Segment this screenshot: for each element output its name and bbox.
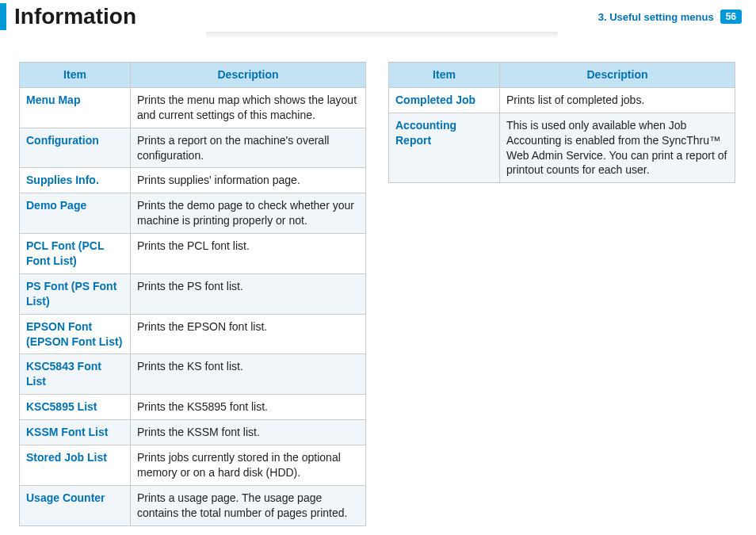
col-header-description: Description <box>131 63 366 88</box>
table-row: Supplies Info.Prints supplies' informati… <box>20 168 366 193</box>
item-cell: KSC5895 List <box>20 395 131 420</box>
table-row: Menu MapPrints the menu map which shows … <box>20 87 366 128</box>
header-shadow-shelf <box>206 32 558 38</box>
item-cell: KSSM Font List <box>20 420 131 445</box>
content-columns: Item Description Menu MapPrints the menu… <box>0 38 756 526</box>
item-cell: EPSON Font (EPSON Font List) <box>20 314 131 354</box>
info-table-left: Item Description Menu MapPrints the menu… <box>19 62 366 526</box>
description-cell: Prints list of completed jobs. <box>500 87 735 113</box>
description-cell: Prints the PCL font list. <box>131 234 366 274</box>
item-cell: Supplies Info. <box>20 168 131 193</box>
table-row: ConfigurationPrints a report on the mach… <box>20 128 366 168</box>
table-row: Usage CounterPrints a usage page. The us… <box>20 485 366 525</box>
item-cell: Stored Job List <box>20 445 131 486</box>
col-header-description: Description <box>500 63 735 88</box>
description-cell: Prints the PS font list. <box>131 273 366 314</box>
item-cell: PS Font (PS Font List) <box>20 273 131 314</box>
description-cell: Prints a report on the machine's overall… <box>131 128 366 168</box>
table-row: Demo PagePrints the demo page to check w… <box>20 193 366 234</box>
item-cell: Accounting Report <box>389 113 500 183</box>
item-cell: Demo Page <box>20 193 131 234</box>
description-cell: Prints jobs currently stored in the opti… <box>131 445 366 486</box>
item-cell: KSC5843 Font List <box>20 354 131 395</box>
description-cell: Prints the KSSM font list. <box>131 420 366 445</box>
item-cell: Menu Map <box>20 87 131 128</box>
description-cell: Prints the KS font list. <box>131 354 366 395</box>
page-title: Information <box>14 4 136 29</box>
title-wrap: Information <box>0 3 136 30</box>
table-row: Stored Job ListPrints jobs currently sto… <box>20 445 366 486</box>
item-cell: Configuration <box>20 128 131 168</box>
item-cell: Usage Counter <box>20 485 131 525</box>
table-row: Completed JobPrints list of completed jo… <box>389 87 735 113</box>
info-table-right: Item Description Completed JobPrints lis… <box>388 62 735 183</box>
title-accent-bar <box>0 3 6 30</box>
page-header: Information 3. Useful setting menus 56 <box>0 0 756 30</box>
table-row: KSSM Font ListPrints the KSSM font list. <box>20 420 366 445</box>
item-cell: Completed Job <box>389 87 500 113</box>
description-cell: Prints the KS5895 font list. <box>131 395 366 420</box>
description-cell: Prints the demo page to check whether yo… <box>131 193 366 234</box>
breadcrumb: 3. Useful setting menus 56 <box>598 10 742 24</box>
description-cell: Prints the menu map which shows the layo… <box>131 87 366 128</box>
description-cell: Prints supplies' information page. <box>131 168 366 193</box>
table-row: KSC5895 ListPrints the KS5895 font list. <box>20 395 366 420</box>
col-header-item: Item <box>20 63 131 88</box>
table-row: PCL Font (PCL Font List)Prints the PCL f… <box>20 234 366 274</box>
table-row: PS Font (PS Font List)Prints the PS font… <box>20 273 366 314</box>
description-cell: Prints the EPSON font list. <box>131 314 366 354</box>
table-row: KSC5843 Font ListPrints the KS font list… <box>20 354 366 395</box>
page-number-badge: 56 <box>720 10 742 24</box>
col-header-item: Item <box>389 63 500 88</box>
description-cell: This is used only available when Job Acc… <box>500 113 735 183</box>
table-row: Accounting ReportThis is used only avail… <box>389 113 735 183</box>
item-cell: PCL Font (PCL Font List) <box>20 234 131 274</box>
description-cell: Prints a usage page. The usage page cont… <box>131 485 366 525</box>
breadcrumb-section[interactable]: 3. Useful setting menus <box>598 11 714 23</box>
table-row: EPSON Font (EPSON Font List)Prints the E… <box>20 314 366 354</box>
